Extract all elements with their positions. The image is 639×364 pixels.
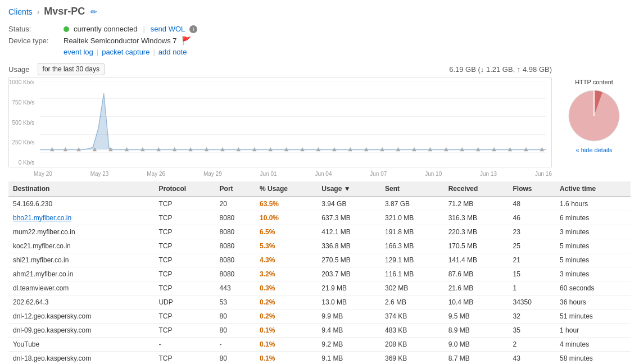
edit-icon[interactable]: ✏ xyxy=(90,7,97,16)
cell-flows: 21 xyxy=(509,253,556,267)
cell-port: 8080 xyxy=(215,211,255,225)
cell-received: 21.6 MB xyxy=(444,281,509,295)
cell-sent: 3.87 GB xyxy=(380,197,444,211)
cell-pct: 5.3% xyxy=(255,239,317,253)
cell-usage: 412.1 MB xyxy=(317,225,380,239)
cell-sent: 483 KB xyxy=(380,324,444,338)
cell-received: 9.5 MB xyxy=(444,310,509,324)
cell-pct: 0.1% xyxy=(255,324,317,338)
table-row: 54.169.6.230TCP2063.5%3.94 GB3.87 GB71.2… xyxy=(8,197,631,211)
hide-details-link[interactable]: « hide details xyxy=(558,147,631,153)
cell-flows: 2 xyxy=(509,338,556,352)
cell-active: 60 seconds xyxy=(555,281,631,295)
col-destination[interactable]: Destination xyxy=(8,181,154,197)
info-icon[interactable]: i xyxy=(189,25,197,33)
cell-pct: 0.3% xyxy=(255,281,317,295)
add-note-link[interactable]: add note xyxy=(158,48,187,56)
col-pct-usage[interactable]: % Usage xyxy=(255,181,317,197)
table-row: ahm21.myfiber.co.inTCP80803.2%203.7 MB11… xyxy=(8,267,631,281)
table-row: bho21.myfiber.co.inTCP808010.0%637.3 MB3… xyxy=(8,211,631,225)
cell-flows: 1 xyxy=(509,281,556,295)
cell-usage: 9.2 MB xyxy=(317,338,380,352)
col-flows[interactable]: Flows xyxy=(509,181,556,197)
status-row: Status: currently connected | send WOL i xyxy=(8,25,631,33)
cell-destination: ahm21.myfiber.co.in xyxy=(8,267,154,281)
cell-received: 8.9 MB xyxy=(444,324,509,338)
cell-usage: 3.94 GB xyxy=(317,197,380,211)
cell-flows: 35 xyxy=(509,324,556,338)
cell-active: 5 minutes xyxy=(555,253,631,267)
x-label-may26: May 26 xyxy=(147,171,165,177)
cell-active: 3 minutes xyxy=(555,267,631,281)
cell-sent: 191.8 MB xyxy=(380,225,444,239)
cell-protocol: TCP xyxy=(154,225,215,239)
cell-port: 8080 xyxy=(215,239,255,253)
cell-port: 80 xyxy=(215,352,255,365)
col-protocol[interactable]: Protocol xyxy=(154,181,215,197)
y-label-500: 500 Kb/s xyxy=(9,120,37,126)
traffic-table: Destination Protocol Port % Usage Usage … xyxy=(8,181,631,364)
cell-usage: 21.9 MB xyxy=(317,281,380,295)
table-row: mum22.myfiber.co.inTCP80806.5%412.1 MB19… xyxy=(8,225,631,239)
dest-link[interactable]: bho21.myfiber.co.in xyxy=(13,214,71,222)
cell-destination: koc21.myfiber.co.in xyxy=(8,239,154,253)
cell-received: 71.2 MB xyxy=(444,197,509,211)
col-sent[interactable]: Sent xyxy=(380,181,444,197)
x-label-jun04: Jun 04 xyxy=(315,171,332,177)
y-label-1000: 1000 Kb/s xyxy=(9,79,37,85)
col-port[interactable]: Port xyxy=(215,181,255,197)
cell-port: - xyxy=(215,338,255,352)
usage-section: Usage for the last 30 days 6.19 GB (↓ 1.… xyxy=(8,63,631,177)
cell-pct: 3.2% xyxy=(255,267,317,281)
send-wol-link[interactable]: send WOL xyxy=(151,25,185,33)
cell-protocol: TCP xyxy=(154,324,215,338)
cell-port: 8080 xyxy=(215,267,255,281)
cell-protocol: TCP xyxy=(154,239,215,253)
cell-usage: 203.7 MB xyxy=(317,267,380,281)
status-label: Status: xyxy=(8,25,59,33)
cell-port: 53 xyxy=(215,295,255,310)
cell-port: 80 xyxy=(215,324,255,338)
cell-received: 170.5 MB xyxy=(444,239,509,253)
cell-protocol: TCP xyxy=(154,281,215,295)
breadcrumb-parent-link[interactable]: Clients xyxy=(8,7,33,16)
event-log-link[interactable]: event log xyxy=(64,48,93,56)
col-active-time[interactable]: Active time xyxy=(555,181,631,197)
cell-port: 8080 xyxy=(215,253,255,267)
cell-flows: 15 xyxy=(509,267,556,281)
cell-sent: 116.1 MB xyxy=(380,267,444,281)
cell-sent: 166.3 MB xyxy=(380,239,444,253)
cell-destination: dl.teamviewer.com xyxy=(8,281,154,295)
cell-pct: 0.1% xyxy=(255,352,317,365)
y-label-250: 250 Kb/s xyxy=(9,139,37,145)
cell-port: 80 xyxy=(215,310,255,324)
cell-protocol: TCP xyxy=(154,352,215,365)
period-dropdown[interactable]: for the last 30 days xyxy=(38,63,105,75)
cell-pct: 0.1% xyxy=(255,338,317,352)
cell-pct: 0.2% xyxy=(255,295,317,310)
http-content-chart xyxy=(566,88,622,144)
divider2: | xyxy=(153,48,155,56)
cell-pct: 0.2% xyxy=(255,310,317,324)
cell-port: 8080 xyxy=(215,225,255,239)
cell-active: 6 minutes xyxy=(555,211,631,225)
cell-flows: 46 xyxy=(509,211,556,225)
cell-sent: 2.6 MB xyxy=(380,295,444,310)
col-usage[interactable]: Usage ▼ xyxy=(317,181,380,197)
table-row: koc21.myfiber.co.inTCP80805.3%336.8 MB16… xyxy=(8,239,631,253)
cell-destination[interactable]: bho21.myfiber.co.in xyxy=(8,211,154,225)
status-value: currently connected xyxy=(74,25,137,33)
cell-sent: 129.1 MB xyxy=(380,253,444,267)
cell-active: 58 minutes xyxy=(555,352,631,365)
cell-protocol: - xyxy=(154,338,215,352)
packet-capture-link[interactable]: packet capture xyxy=(102,48,149,56)
chart-container: 1000 Kb/s 750 Kb/s 500 Kb/s 250 Kb/s 0 K… xyxy=(8,78,552,167)
breadcrumb-title-row: Clients › Mvsr-PC ✏ xyxy=(8,6,631,22)
cell-usage: 637.3 MB xyxy=(317,211,380,225)
cell-destination: 202.62.64.3 xyxy=(8,295,154,310)
status-indicator xyxy=(64,26,69,32)
x-label-jun10: Jun 10 xyxy=(425,171,442,177)
cell-sent: 302 MB xyxy=(380,281,444,295)
col-received[interactable]: Received xyxy=(444,181,509,197)
breadcrumb: Clients › Mvsr-PC ✏ xyxy=(8,6,97,17)
